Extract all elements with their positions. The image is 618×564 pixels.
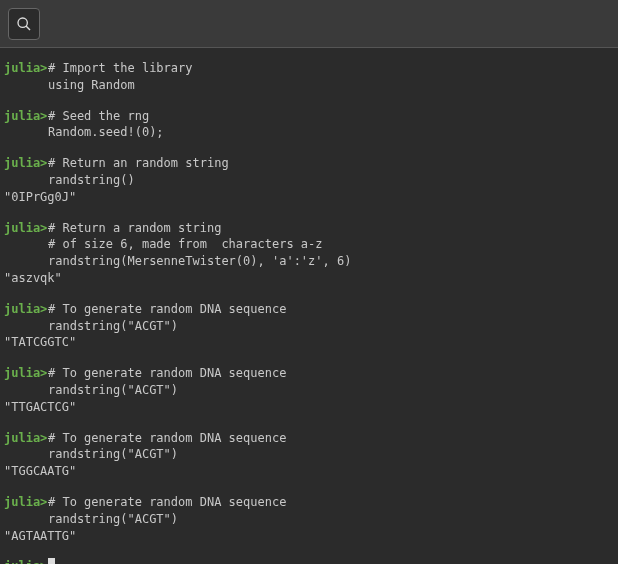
repl-line: randstring("ACGT") — [4, 382, 614, 399]
code-text: # To generate random DNA sequence — [48, 301, 286, 318]
repl-output: "TATCGGTC" — [4, 334, 614, 351]
code-text: randstring("ACGT") — [48, 446, 178, 463]
indent — [4, 318, 48, 335]
code-text: Random.seed!(0); — [48, 124, 164, 141]
repl-block: julia># Return a random string# of size … — [4, 220, 614, 287]
repl-line: Random.seed!(0); — [4, 124, 614, 141]
code-text: # Return an random string — [48, 155, 229, 172]
repl-block: julia># To generate random DNA sequencer… — [4, 430, 614, 480]
cursor — [48, 558, 55, 564]
repl-prompt: julia> — [4, 430, 48, 447]
toolbar — [0, 0, 618, 48]
repl-prompt: julia> — [4, 60, 48, 77]
code-text: # Return a random string — [48, 220, 221, 237]
repl-block: julia># To generate random DNA sequencer… — [4, 365, 614, 415]
code-text: randstring("ACGT") — [48, 382, 178, 399]
terminal-output[interactable]: julia># Import the libraryusing Randomju… — [0, 48, 618, 564]
repl-prompt: julia> — [4, 301, 48, 318]
indent — [4, 124, 48, 141]
code-text: randstring() — [48, 172, 135, 189]
repl-line: randstring() — [4, 172, 614, 189]
repl-line: randstring("ACGT") — [4, 318, 614, 335]
indent — [4, 172, 48, 189]
repl-current-line[interactable]: julia> — [4, 558, 614, 564]
repl-line: julia># To generate random DNA sequence — [4, 365, 614, 382]
repl-prompt: julia> — [4, 155, 48, 172]
repl-block: julia># To generate random DNA sequencer… — [4, 494, 614, 544]
code-text: randstring("ACGT") — [48, 511, 178, 528]
repl-output: "TTGACTCG" — [4, 399, 614, 416]
repl-output: "aszvqk" — [4, 270, 614, 287]
code-text: # Import the library — [48, 60, 193, 77]
repl-prompt: julia> — [4, 365, 48, 382]
search-icon — [16, 16, 32, 32]
search-button[interactable] — [8, 8, 40, 40]
repl-prompt: julia> — [4, 220, 48, 237]
repl-prompt: julia> — [4, 558, 48, 564]
repl-block: julia># Import the libraryusing Random — [4, 60, 614, 94]
repl-line: julia># Seed the rng — [4, 108, 614, 125]
repl-line: using Random — [4, 77, 614, 94]
repl-line: julia># To generate random DNA sequence — [4, 430, 614, 447]
code-text: randstring(MersenneTwister(0), 'a':'z', … — [48, 253, 351, 270]
repl-line: randstring(MersenneTwister(0), 'a':'z', … — [4, 253, 614, 270]
code-text: # Seed the rng — [48, 108, 149, 125]
repl-line: randstring("ACGT") — [4, 511, 614, 528]
indent — [4, 236, 48, 253]
code-text: randstring("ACGT") — [48, 318, 178, 335]
code-text: # To generate random DNA sequence — [48, 365, 286, 382]
indent — [4, 446, 48, 463]
repl-output: "AGTAATTG" — [4, 528, 614, 545]
repl-line: julia># Return a random string — [4, 220, 614, 237]
repl-block: julia># To generate random DNA sequencer… — [4, 301, 614, 351]
code-text: # To generate random DNA sequence — [48, 494, 286, 511]
indent — [4, 77, 48, 94]
repl-line: julia># To generate random DNA sequence — [4, 494, 614, 511]
repl-prompt: julia> — [4, 494, 48, 511]
repl-block: julia># Seed the rngRandom.seed!(0); — [4, 108, 614, 142]
repl-output: "0IPrGg0J" — [4, 189, 614, 206]
code-text: # of size 6, made from characters a-z — [48, 236, 323, 253]
code-text: using Random — [48, 77, 135, 94]
repl-line: julia># Import the library — [4, 60, 614, 77]
svg-point-0 — [18, 18, 27, 27]
svg-line-1 — [26, 26, 30, 30]
code-text: # To generate random DNA sequence — [48, 430, 286, 447]
repl-line: julia># Return an random string — [4, 155, 614, 172]
indent — [4, 253, 48, 270]
repl-line: julia># To generate random DNA sequence — [4, 301, 614, 318]
repl-line: # of size 6, made from characters a-z — [4, 236, 614, 253]
repl-block: julia># Return an random stringrandstrin… — [4, 155, 614, 205]
repl-output: "TGGCAATG" — [4, 463, 614, 480]
indent — [4, 511, 48, 528]
indent — [4, 382, 48, 399]
repl-line: randstring("ACGT") — [4, 446, 614, 463]
repl-prompt: julia> — [4, 108, 48, 125]
